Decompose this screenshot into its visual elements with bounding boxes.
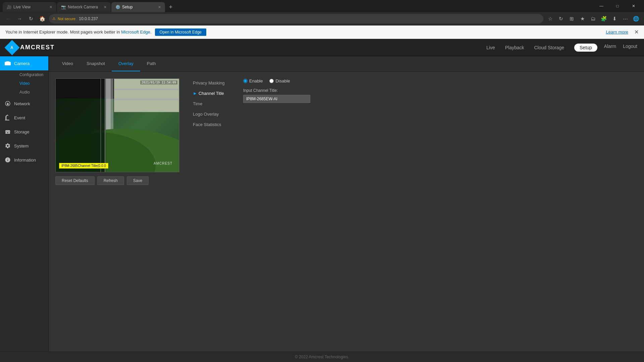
ie-banner-message: You're in Internet Explorer mode. Most p… — [5, 29, 152, 35]
tab-overlay[interactable]: Overlay — [112, 56, 140, 71]
sidebar-item-storage[interactable]: Storage — [0, 125, 48, 139]
storage-icon — [5, 129, 11, 135]
tab-close-2[interactable]: ✕ — [104, 5, 107, 9]
camera-preview: 2021/01/19 11:54:09 AMCREST IP8M-2685Cha… — [55, 78, 179, 172]
app-logo: A AMCREST — [7, 42, 55, 53]
extensions-icon[interactable]: 🧩 — [599, 14, 608, 23]
overlay-nav: Privacy Masking ► Channel Title Time Log… — [190, 78, 233, 129]
left-panel: 2021/01/19 11:54:09 AMCREST IP8M-2685Cha… — [55, 78, 179, 185]
nav-setup[interactable]: Setup — [574, 44, 597, 52]
sidebar-item-information[interactable]: Information — [0, 153, 48, 167]
sidebar-label-event: Event — [14, 115, 25, 120]
sidebar-item-camera[interactable]: Camera — [0, 56, 48, 70]
tab-close-1[interactable]: ✕ — [49, 5, 52, 9]
system-icon — [5, 143, 11, 149]
tab-title-2: Network Camera — [68, 5, 98, 9]
disable-radio[interactable] — [269, 79, 274, 83]
overlay-nav-privacy[interactable]: Privacy Masking — [190, 78, 233, 87]
logo-text: AMCREST — [20, 44, 55, 51]
collections-icon[interactable]: 🗂 — [588, 14, 598, 23]
browser-titlebar: 🎥 Live View ✕ 📷 Network Camera ✕ ⚙️ Setu… — [0, 0, 644, 12]
enable-disable-group: Enable Disable — [243, 78, 637, 83]
save-button[interactable]: Save — [127, 176, 149, 185]
overlay-content: 2021/01/19 11:54:09 AMCREST IP8M-2685Cha… — [49, 72, 644, 192]
channel-title-input[interactable] — [243, 95, 310, 103]
camera-feed: 2021/01/19 11:54:09 AMCREST IP8M-2685Cha… — [56, 79, 179, 172]
learn-more-link[interactable]: Learn more — [606, 29, 628, 35]
browser-tab-network-camera[interactable]: 📷 Network Camera ✕ — [57, 2, 111, 12]
refresh-button[interactable]: Refresh — [97, 176, 124, 185]
forward-button[interactable]: → — [15, 14, 24, 23]
favorites-icon[interactable]: ☆ — [545, 14, 555, 23]
info-icon — [5, 157, 11, 163]
overlay-settings: Enable Disable Input Channel Title: — [243, 78, 637, 129]
tab-snapshot[interactable]: Snapshot — [80, 56, 112, 71]
edge-icon[interactable]: 🌐 — [631, 14, 641, 23]
sidebar-item-configuration[interactable]: Configuration — [15, 70, 48, 79]
overlay-nav-logo[interactable]: Logo Overlay — [190, 110, 233, 119]
nav-cloud-storage[interactable]: Cloud Storage — [534, 44, 565, 52]
tab-video[interactable]: Video — [55, 56, 80, 71]
open-in-edge-button[interactable]: Open in Microsoft Edge — [155, 28, 206, 36]
right-panel: Privacy Masking ► Channel Title Time Log… — [190, 78, 637, 185]
ie-banner-edge-link[interactable]: Microsoft Edge. — [121, 29, 151, 35]
new-tab-button[interactable]: + — [166, 2, 176, 12]
disable-radio-label[interactable]: Disable — [269, 78, 290, 83]
sidebar-item-event[interactable]: Event — [0, 111, 48, 125]
address-bar[interactable]: ⚠ Not secure 10.0.0.237 — [49, 14, 543, 23]
camera-icon — [5, 60, 11, 66]
app-nav-right: Setup Alarm Logout — [574, 44, 637, 52]
close-button[interactable]: ✕ — [626, 0, 641, 12]
nav-logout[interactable]: Logout — [623, 44, 637, 52]
overlay-nav-face-stats[interactable]: Face Statistics — [190, 120, 233, 129]
page-footer: © 2022 Amcrest Technologies. — [0, 352, 644, 362]
more-icon[interactable]: ⋯ — [621, 14, 630, 23]
app-nav: Live Playback Cloud Storage — [486, 44, 564, 52]
downloads-icon[interactable]: ⬇ — [610, 14, 619, 23]
sidebar-item-video[interactable]: Video — [15, 79, 48, 88]
nav-alarm[interactable]: Alarm — [604, 44, 616, 52]
input-channel-title-label: Input Channel Title: — [243, 88, 637, 93]
sidebar-label-camera: Camera — [14, 61, 30, 66]
svg-rect-4 — [114, 89, 179, 90]
svg-rect-5 — [114, 99, 179, 100]
favorites-bar-icon[interactable]: ★ — [578, 14, 587, 23]
sidebar-item-network[interactable]: Network — [0, 97, 48, 111]
address-text: 10.0.0.237 — [79, 16, 98, 21]
browser-tab-setup[interactable]: ⚙️ Setup ✕ — [111, 2, 165, 12]
content-area: Video Snapshot Overlay Path — [49, 56, 644, 362]
tab-favicon-1: 🎥 — [7, 5, 11, 9]
browser-tab-live-view[interactable]: 🎥 Live View ✕ — [3, 2, 56, 12]
sidebar-label-system: System — [14, 143, 29, 148]
nav-live[interactable]: Live — [486, 44, 495, 52]
event-icon — [5, 115, 11, 121]
back-button[interactable]: ← — [3, 14, 13, 23]
app-header: A AMCREST Live Playback Cloud Storage Se… — [0, 39, 644, 56]
maximize-button[interactable]: □ — [610, 0, 625, 12]
tab-close-3[interactable]: ✕ — [158, 5, 161, 9]
overlay-nav-time[interactable]: Time — [190, 99, 233, 108]
minimize-button[interactable]: — — [594, 0, 609, 12]
enable-radio[interactable] — [243, 79, 248, 83]
tab-path[interactable]: Path — [140, 56, 163, 71]
overlay-nav-channel-title[interactable]: ► Channel Title — [190, 89, 233, 98]
tab-favicon-2: 📷 — [61, 5, 66, 9]
sidebar: Camera Configuration Video Audio Network… — [0, 56, 49, 362]
sidebar-item-system[interactable]: System — [0, 139, 48, 153]
camera-scene-svg — [56, 79, 179, 172]
home-button[interactable]: 🏠 — [38, 14, 47, 23]
refresh-icon[interactable]: ↻ — [556, 14, 566, 23]
logo-diamond: A — [4, 40, 19, 55]
nav-playback[interactable]: Playback — [505, 44, 524, 52]
main-layout: Camera Configuration Video Audio Network… — [0, 56, 644, 362]
sidebar-item-audio[interactable]: Audio — [15, 88, 48, 97]
refresh-button[interactable]: ↻ — [26, 14, 36, 23]
camera-watermark: AMCREST — [154, 162, 172, 165]
enable-radio-label[interactable]: Enable — [243, 78, 263, 83]
network-icon — [5, 101, 11, 107]
reset-defaults-button[interactable]: Reset Defaults — [55, 176, 95, 185]
ie-banner-close-button[interactable]: ✕ — [634, 29, 639, 35]
camera-channel-label-preview: IP8M-2685Channel Title(0.0.0 — [59, 163, 108, 169]
sidebar-label-information: Information — [14, 158, 36, 163]
split-screen-icon[interactable]: ⊞ — [567, 14, 576, 23]
